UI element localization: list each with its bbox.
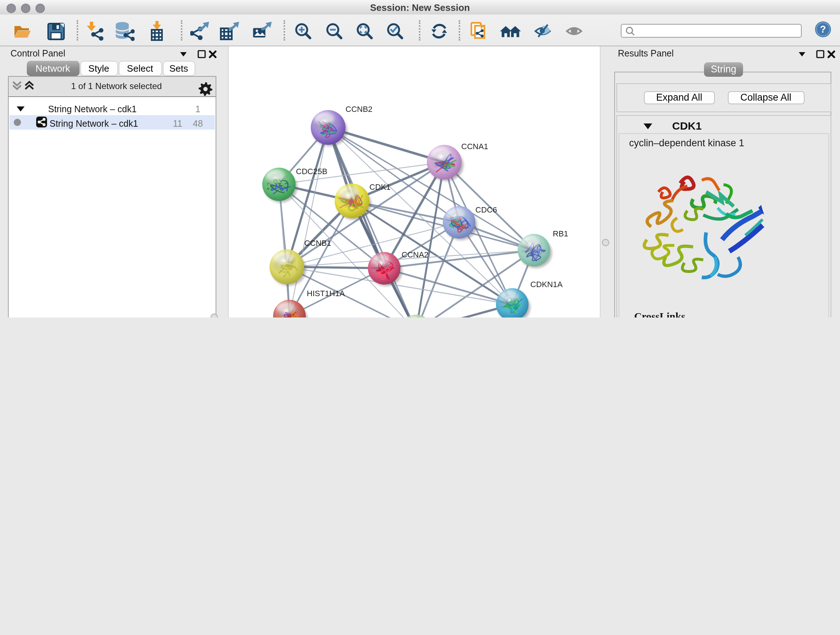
- svg-text:?: ?: [820, 24, 826, 35]
- svg-text:CCNA2: CCNA2: [401, 250, 428, 259]
- svg-text:CDC25B: CDC25B: [295, 166, 327, 176]
- svg-text:CCNB2: CCNB2: [345, 104, 372, 113]
- svg-text:CCNA1: CCNA1: [461, 141, 488, 150]
- svg-text:CDK1: CDK1: [369, 182, 390, 191]
- svg-text:RB1: RB1: [553, 229, 568, 238]
- svg-text:CDC6: CDC6: [475, 205, 497, 214]
- svg-text:CCNB1: CCNB1: [304, 238, 331, 247]
- svg-text:HIST1H1A: HIST1H1A: [306, 288, 344, 298]
- svg-text:CDKN1A: CDKN1A: [530, 279, 562, 288]
